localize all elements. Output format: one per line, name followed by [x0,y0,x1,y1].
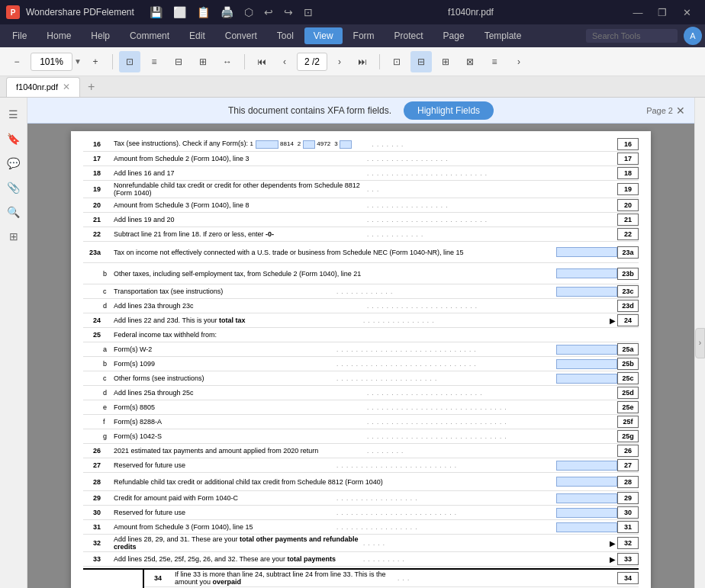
table-row: f Form(s) 8288-A . . . . . . . . . . . .… [83,415,639,429]
line-number: 32 [83,539,103,547]
grid-icon[interactable]: ⊡ [301,5,316,20]
new-icon[interactable]: ⬜ [170,5,189,20]
more-button[interactable]: › [508,51,530,72]
menu-home[interactable]: Home [37,27,80,44]
table-row: c Transportation tax (see instructions) … [83,284,639,299]
table-row: 19 Nonrefundable child tax credit or cre… [83,181,639,198]
line-sub: g [103,432,111,440]
line-num-end: 29 [617,492,639,504]
view-mode-3[interactable]: ⊞ [435,51,456,72]
zoom-out-button[interactable]: − [6,51,27,72]
print-icon[interactable]: 🖨️ [217,5,237,20]
view-mode-4[interactable]: ⊠ [459,51,481,72]
dots: . . . . . . . . . . . . . . . . . [336,524,556,531]
sidebar-icon-menu[interactable]: ☰ [3,104,24,125]
title-filename: f1040nr.pdf [322,7,620,18]
notification-close-button[interactable]: ✕ [676,104,685,117]
tab-filename: f1040nr.pdf [16,82,58,92]
menu-convert[interactable]: Convert [216,27,266,44]
close-button[interactable]: ✕ [674,0,699,24]
tab-close-button[interactable]: ✕ [63,82,70,92]
zoom-dropdown-icon[interactable]: ▼ [74,57,82,66]
table-row: 29 Credit for amount paid with Form 1040… [83,491,639,506]
menu-view[interactable]: View [304,27,343,44]
dots: . . . . . . . . [367,448,617,455]
single-page-button[interactable]: ⊡ [119,51,140,72]
last-page-button[interactable]: ⏭ [352,51,373,72]
menu-page[interactable]: Page [434,27,474,44]
line-number: 19 [83,185,103,193]
sidebar-icon-attachment[interactable]: 📎 [3,177,24,198]
table-row: 24 Add lines 22 and 23d. This is your to… [83,313,639,328]
line-number: 34 [144,574,164,582]
table-row: 25 Federal income tax withheld from: [83,328,639,342]
zoom-in-button[interactable]: + [85,51,106,72]
two-page-button[interactable]: ⊟ [168,51,189,72]
separator-3 [379,54,380,69]
settings-icon[interactable]: ⬡ [241,5,256,20]
search-tools-input[interactable] [586,29,678,43]
table-row: d Add lines 25a through 25c . . . . . . … [83,386,639,400]
line-num-end [617,329,639,341]
page-number-input[interactable] [297,53,327,71]
document-tab[interactable]: f1040nr.pdf ✕ [6,77,80,97]
menu-edit[interactable]: Edit [180,27,214,44]
table-row: 28 Refundable child tax credit or additi… [83,473,639,491]
line-num-end: 24 [617,314,639,326]
notification-message: This document contains XFA form fields. [228,105,391,116]
sidebar-icon-comment[interactable]: 💬 [3,153,24,174]
table-row: g Form(s) 1042-S . . . . . . . . . . . .… [83,429,639,444]
first-page-button[interactable]: ⏮ [251,51,272,72]
menu-file[interactable]: File [3,27,36,44]
prev-page-button[interactable]: ‹ [274,51,295,72]
view-mode-2[interactable]: ⊟ [410,51,432,72]
sidebar-icon-bookmark[interactable]: 🔖 [3,128,24,149]
fit-width-button[interactable]: ↔ [217,51,238,72]
view-mode-5[interactable]: ≡ [484,51,505,72]
sidebar-icon-layers[interactable]: ⊞ [3,226,24,247]
highlight-fields-button[interactable]: Highlight Fields [404,101,494,120]
document-area[interactable]: 16 Tax (see instructions). Check if any … [27,124,694,588]
user-avatar[interactable]: A [684,27,702,45]
view-mode-1[interactable]: ⊡ [386,51,407,72]
line-desc: 2021 estimated tax payments and amount a… [111,447,367,455]
line-num-end: 23c [617,285,639,297]
table-row: 21 Add lines 19 and 20 . . . . . . . . .… [83,213,639,227]
save-icon[interactable]: 💾 [146,5,166,20]
dots: . . . . . . . . . . . . . . . . . . . . … [367,404,617,411]
title-icons: 💾 ⬜ 📋 🖨️ ⬡ ↩ ↪ ⊡ [146,5,316,20]
menu-form[interactable]: Form [344,27,384,44]
dots: . . . . . . . . . . . . [336,288,556,295]
line-desc: Form(s) W-2 [111,345,336,353]
right-collapse-button[interactable]: › [695,328,705,358]
copy-icon[interactable]: 📋 [194,5,213,20]
table-row: 30 Reserved for future use . . . . . . .… [83,506,639,520]
line-desc: Amount from Schedule 2 (Form 1040), line… [111,155,367,162]
redo-icon[interactable]: ↪ [281,5,296,20]
next-page-button[interactable]: › [329,51,350,72]
zoom-input[interactable] [31,53,72,71]
line-number: 20 [83,201,103,209]
menu-comment[interactable]: Comment [121,27,179,44]
maximize-button[interactable]: ❐ [650,0,674,24]
fit-page-button[interactable]: ⊞ [192,51,214,72]
menu-template[interactable]: Template [475,27,531,44]
undo-icon[interactable]: ↩ [261,5,276,20]
notification-bar: This document contains XFA form fields. … [27,98,694,124]
new-tab-button[interactable]: + [83,80,99,94]
line-desc: Add lines 16 and 17 [111,169,367,177]
menu-protect[interactable]: Protect [385,27,433,44]
line-number: 31 [83,523,103,531]
dots: . . . . . . . . . . . . . . . . . . . . … [336,346,556,353]
line-number: 21 [83,216,103,223]
line-number: 26 [83,447,103,455]
dots: . . . . . . . . . . . . . . . . . . . . … [367,303,617,310]
menu-help[interactable]: Help [82,27,119,44]
menu-tool[interactable]: Tool [268,27,303,44]
line-num-end: 22 [617,228,639,240]
sidebar-icon-search[interactable]: 🔍 [3,201,24,223]
line-desc: Add lines 25d, 25e, 25f, 25g, 26, and 32… [111,555,363,563]
dots: . . . . . . . . . . . . . . . . . [367,156,617,162]
minimize-button[interactable]: — [626,0,650,24]
continuous-button[interactable]: ≡ [143,51,165,72]
